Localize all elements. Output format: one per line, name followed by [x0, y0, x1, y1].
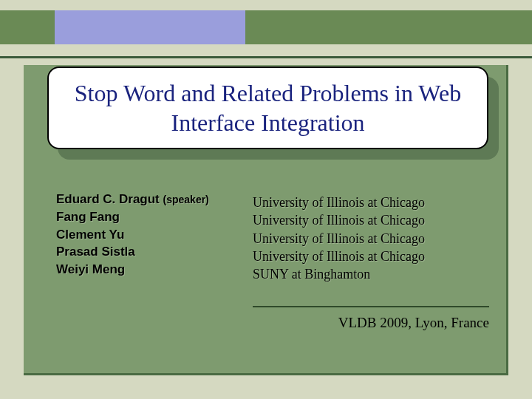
venue-text: VLDB 2009, Lyon, France — [253, 315, 489, 331]
top-divider-line — [0, 56, 532, 58]
band-segment-green-right — [245, 10, 532, 44]
author-line-4: Prasad Sistla — [56, 243, 233, 261]
venue-divider — [253, 306, 489, 307]
slide-title: Stop Word and Related Problems in Web In… — [62, 78, 474, 137]
affiliation-line-1: University of Illinois at Chicago — [253, 194, 497, 211]
band-segment-green-left — [0, 10, 55, 44]
affiliation-line-5: SUNY at Binghamton — [253, 265, 497, 283]
author-line-2: Fang Fang — [56, 208, 233, 226]
band-segment-purple — [55, 10, 245, 44]
affiliations-block: University of Illinois at Chicago Univer… — [253, 194, 497, 283]
author-line-1: Eduard C. Dragut (speaker) — [56, 191, 233, 208]
author-role-1: (speaker) — [163, 194, 209, 205]
affiliation-line-4: University of Illinois at Chicago — [253, 248, 497, 265]
affiliation-line-2: University of Illinois at Chicago — [253, 211, 497, 229]
author-name-1: Eduard C. Dragut — [56, 192, 160, 206]
author-line-5: Weiyi Meng — [56, 261, 233, 279]
title-box: Stop Word and Related Problems in Web In… — [47, 66, 488, 149]
authors-block: Eduard C. Dragut (speaker) Fang Fang Cle… — [56, 191, 233, 279]
author-line-3: Clement Yu — [56, 226, 233, 244]
slide: Stop Word and Related Problems in Web In… — [0, 0, 532, 399]
top-decorative-band — [0, 10, 532, 44]
affiliation-line-3: University of Illinois at Chicago — [253, 230, 497, 248]
